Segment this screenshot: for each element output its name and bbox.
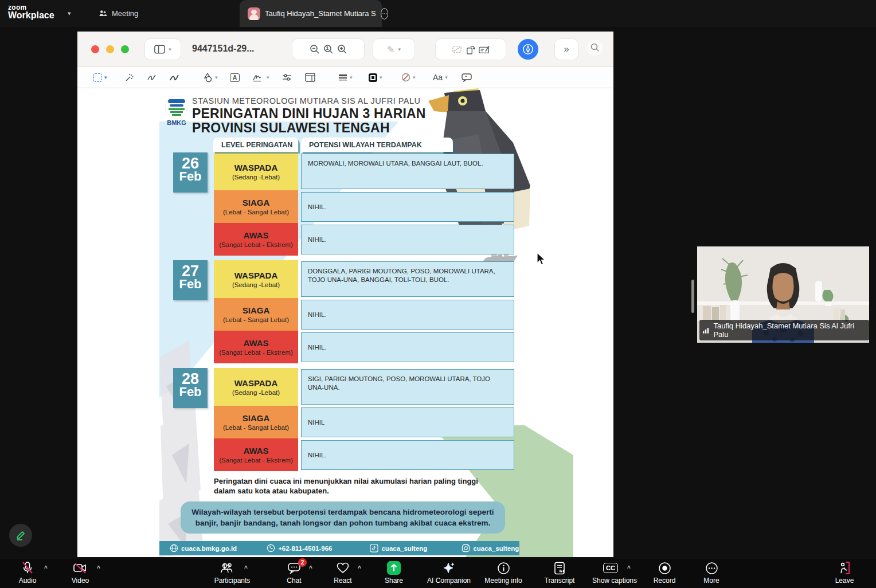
- infographic-document: BMKG STASIUN METEOROLOGI MUTIARA SIS AL …: [77, 88, 613, 557]
- zoom-out-icon[interactable]: [310, 44, 320, 54]
- sidebar-toggle-button[interactable]: ▾: [145, 39, 181, 60]
- level-cell-siaga: SIAGA (Lebat - Sangat Lebat): [214, 406, 298, 438]
- annotate-button[interactable]: [9, 524, 32, 547]
- shared-screen-preview-window: ▾ 9447151d-29... 1 ✎ ▾ »: [77, 32, 613, 557]
- zoom-in-icon[interactable]: [337, 44, 347, 54]
- react-options-chevron[interactable]: ^: [358, 565, 361, 571]
- zoom-window-button[interactable]: [121, 45, 129, 53]
- workspace-chevron-down-icon[interactable]: ▾: [68, 10, 71, 17]
- ai-companion-button[interactable]: AI Companion: [420, 560, 478, 585]
- region-cell: DONGGALA, PARIGI MOUTONG, POSO, MOROWALI…: [301, 261, 514, 297]
- record-icon: [658, 562, 671, 575]
- level-cell-siaga: SIAGA (Lebat - Sangat Lebat): [214, 298, 298, 331]
- text-tool-button[interactable]: A: [230, 72, 240, 83]
- audio-label: Audio: [19, 577, 37, 585]
- participants-options-chevron[interactable]: ^: [244, 565, 248, 571]
- logo-workplace-text: Workplace: [8, 10, 54, 21]
- level-cell-siaga: SIAGA (Lebat - Sangat Lebat): [214, 190, 298, 223]
- level-intensity: (Sangat Lebat - Ekstrem): [214, 457, 298, 464]
- rotate-icon[interactable]: [466, 45, 475, 54]
- sidebar-icon: [154, 45, 165, 54]
- globe-icon: [170, 544, 178, 552]
- edit-tools-group: [436, 39, 506, 60]
- adjust-tool-button[interactable]: [282, 72, 292, 83]
- audio-button[interactable]: ^ Audio: [10, 560, 45, 585]
- show-captions-button[interactable]: CC ^ Show captions: [586, 560, 643, 585]
- sliders-icon: [282, 73, 292, 82]
- frame-tool-button[interactable]: [305, 72, 315, 83]
- leave-button[interactable]: Leave: [827, 560, 862, 585]
- zoom-controls-group: 1: [292, 39, 364, 60]
- chat-button[interactable]: 2 ^ Chat: [277, 560, 311, 585]
- chevron-down-icon: ▾: [169, 46, 171, 52]
- region-cell: NIHIL.: [301, 440, 514, 470]
- actual-size-number: 1: [326, 45, 329, 51]
- participant-name-tag: Taufiq Hidayah_Stamet Mutiara Sis Al Juf…: [699, 320, 869, 340]
- overflow-tools-button[interactable]: »: [555, 39, 578, 60]
- selection-tool-button[interactable]: ▾: [93, 72, 107, 83]
- shapes-tool-button[interactable]: ▾: [202, 72, 218, 83]
- fill-color-button[interactable]: ▾: [401, 72, 416, 83]
- minimize-window-button[interactable]: [106, 45, 114, 53]
- markup-toolbar-icon[interactable]: [479, 45, 490, 54]
- region-cell: MOROWALI, MOROWALI UTARA, BANGGAI LAUT, …: [301, 154, 514, 189]
- annotation-active-button[interactable]: [518, 39, 538, 60]
- border-color-button[interactable]: ▾: [369, 72, 382, 83]
- tiktok-contact: cuaca_sulteng: [370, 544, 427, 552]
- markup-pen-button[interactable]: ✎ ▾: [373, 39, 414, 60]
- tab-active-participant[interactable]: Taufiq Hidayah_Stamet Mutiara S ⋯: [240, 0, 382, 27]
- level-label: AWAS: [214, 230, 298, 240]
- draw-tool-button[interactable]: [169, 72, 179, 83]
- impact-warning-text: Wilayah-wilayah tersebut berpotensi terd…: [191, 507, 495, 528]
- region-cell: NIHIL.: [301, 332, 514, 362]
- sketch-tool-button[interactable]: [147, 72, 157, 83]
- participant-video-tile[interactable]: Taufiq Hidayah_Stamet Mutiara Sis Al Juf…: [697, 246, 869, 343]
- text-style-icon: Aa: [433, 73, 443, 82]
- tab-options-icon[interactable]: ⋯: [381, 8, 388, 19]
- participants-button[interactable]: 12 ^ Participants: [206, 560, 258, 585]
- close-window-button[interactable]: [91, 45, 99, 53]
- zoom-actual-size-button[interactable]: 1: [323, 44, 334, 54]
- chat-options-chevron[interactable]: ^: [309, 565, 312, 571]
- record-button[interactable]: Record: [647, 560, 682, 585]
- line-weight-button[interactable]: ▾: [338, 72, 353, 83]
- crop-icon[interactable]: [452, 45, 462, 54]
- audio-options-chevron[interactable]: ^: [44, 565, 48, 571]
- video-label: Video: [72, 577, 89, 585]
- region-cell: NIHIL.: [301, 192, 514, 222]
- share-button[interactable]: Share: [377, 560, 411, 585]
- instagram-handle: cuaca_sulteng: [473, 545, 519, 552]
- search-button[interactable]: [586, 39, 604, 58]
- video-options-chevron[interactable]: ^: [97, 565, 100, 571]
- markup-tools-row: ▾ ▾ A ▾ ▾: [77, 67, 613, 88]
- share-label: Share: [385, 577, 403, 585]
- pen-nib-circle-icon: [522, 43, 534, 56]
- note-text: Peringatan dini cuaca ini menunjukkan ni…: [214, 476, 486, 496]
- text-style-button[interactable]: Aa ▾: [433, 72, 448, 83]
- transcript-button[interactable]: Transcript: [538, 560, 581, 585]
- tab-meeting[interactable]: Meeting: [91, 0, 146, 27]
- level-label: AWAS: [214, 338, 298, 348]
- more-button[interactable]: More: [694, 560, 729, 585]
- connection-signal-icon: [703, 327, 710, 334]
- bmkg-logo: BMKG: [163, 96, 190, 126]
- chat-unread-badge: 2: [298, 558, 307, 567]
- captions-options-chevron[interactable]: ^: [627, 565, 631, 571]
- selection-rect-icon: [93, 73, 102, 82]
- signature-tool-button[interactable]: ▾: [253, 72, 269, 83]
- tiktok-handle: cuaca_sulteng: [381, 545, 427, 552]
- level-label: WASPADA: [214, 378, 298, 388]
- react-button[interactable]: ^ React: [326, 560, 360, 585]
- bmkg-logo-text: BMKG: [163, 119, 190, 126]
- video-button[interactable]: ^ Video: [63, 560, 97, 585]
- date-month: Feb: [173, 170, 208, 183]
- textbox-icon: A: [230, 73, 240, 82]
- impact-warning-box: Wilayah-wilayah tersebut berpotensi terd…: [181, 501, 505, 534]
- instant-alpha-button[interactable]: [124, 72, 134, 83]
- instagram-icon: [462, 544, 470, 552]
- annotation-comment-button[interactable]: “: [462, 72, 472, 83]
- tab-meeting-label: Meeting: [112, 9, 138, 18]
- doc-title-line2: PROVINSI SULAWESI TENGAH: [192, 120, 390, 136]
- meeting-info-button[interactable]: Meeting info: [478, 560, 529, 585]
- video-panel-drag-handle[interactable]: [691, 280, 694, 313]
